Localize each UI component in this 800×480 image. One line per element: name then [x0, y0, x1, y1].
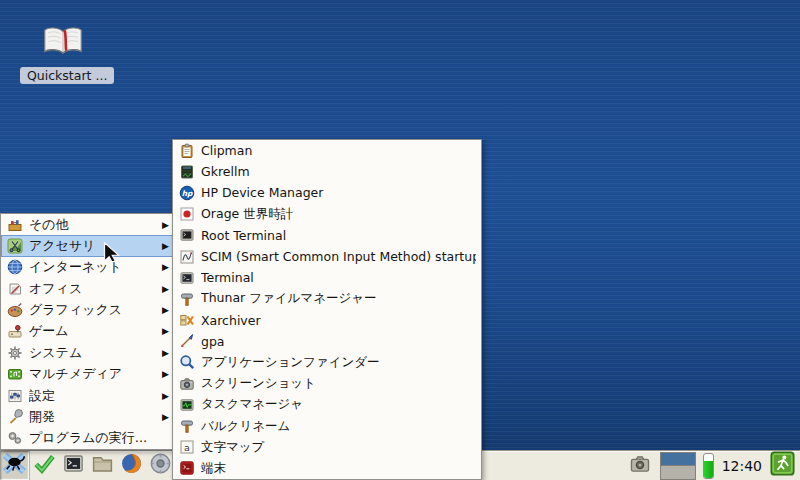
menu-item-label: Terminal	[201, 270, 476, 285]
system-tray: 12:40	[629, 451, 800, 480]
menu-item[interactable]: Xarchiver	[173, 310, 481, 331]
submenu-arrow-icon: ▶	[162, 348, 169, 358]
logout-icon[interactable]	[770, 451, 795, 480]
menu-item[interactable]: タスクマネージャ	[173, 394, 481, 415]
menu-item-label: HP Device Manager	[201, 185, 476, 200]
submenu-arrow-icon: ▶	[162, 369, 169, 379]
menu-item[interactable]: バルクリネーム	[173, 415, 481, 436]
menu-item[interactable]: a文字マップ	[173, 437, 481, 458]
menu-item[interactable]: スクリーンショット	[173, 373, 481, 394]
svg-text:hp: hp	[182, 189, 193, 198]
menu-item[interactable]: Root Terminal	[173, 225, 481, 246]
workspace-pager[interactable]	[660, 452, 696, 480]
mouse-cursor	[103, 242, 121, 265]
system-icon	[6, 345, 24, 361]
menu-item[interactable]: オフィス▶	[1, 278, 174, 299]
menu-item-label: グラフィックス	[29, 301, 158, 319]
menu-item-label: gpa	[201, 334, 476, 349]
menu-item-label: Gkrellm	[201, 164, 476, 179]
submenu-arrow-icon: ▶	[162, 241, 169, 251]
menu-item[interactable]: ゲーム▶	[1, 321, 174, 342]
menu-item-label: マルチメディア	[29, 365, 158, 383]
check-icon	[33, 452, 56, 479]
terminal-icon	[62, 452, 85, 479]
check-launcher[interactable]	[30, 451, 59, 480]
menu-item[interactable]: 設定▶	[1, 385, 174, 406]
firefox-icon	[120, 452, 143, 479]
speaker-icon	[149, 452, 172, 479]
desktop-icon-label: Quickstart ...	[20, 67, 114, 84]
menu-item[interactable]: hpHP Device Manager	[173, 182, 481, 203]
workspace-2[interactable]	[661, 466, 695, 479]
terminal-launcher[interactable]	[59, 451, 88, 480]
run-icon	[6, 430, 24, 446]
scim-icon	[178, 249, 196, 265]
menu-item[interactable]: 開発▶	[1, 406, 174, 427]
camera-icon[interactable]	[629, 453, 651, 479]
folder-icon	[91, 452, 114, 479]
menu-item[interactable]: Thunar ファイルマネージャー	[173, 288, 481, 309]
taskbar-launchers	[0, 451, 175, 480]
workspace-1-active[interactable]	[661, 453, 695, 467]
menu-item[interactable]: Gkrellm	[173, 161, 481, 182]
menu-item-label: Xarchiver	[201, 313, 476, 328]
menu-item[interactable]: インターネット▶	[1, 257, 174, 278]
menu-item-label: SCIM (Smart Common Input Method) startup	[201, 249, 476, 264]
menu-item[interactable]: アプリケーションファインダー	[173, 352, 481, 373]
menu-item[interactable]: システム▶	[1, 342, 174, 363]
graphics-icon	[6, 302, 24, 318]
menu-item-label: 設定	[29, 387, 158, 405]
menu-item[interactable]: 端末	[173, 458, 481, 479]
applications-menu: その他▶アクセサリ▶インターネット▶オフィス▶グラフィックス▶ゲーム▶システム▶…	[0, 213, 175, 450]
misc-icon	[6, 217, 24, 233]
development-icon	[6, 409, 24, 425]
gkrellm-icon	[178, 164, 196, 180]
menu-item-label: システム	[29, 344, 158, 362]
internet-icon	[6, 259, 24, 275]
games-icon	[6, 323, 24, 339]
menu-item-label: バルクリネーム	[201, 418, 476, 435]
submenu-arrow-icon: ▶	[162, 262, 169, 272]
root-terminal-icon	[178, 227, 196, 243]
battery-indicator	[703, 453, 714, 479]
terminal-icon	[178, 270, 196, 286]
book-icon	[41, 22, 85, 63]
menu-item[interactable]: Orage 世界時計	[173, 204, 481, 225]
svg-text:a: a	[184, 442, 190, 453]
menu-item-label: オフィス	[29, 280, 158, 298]
menu-item-label: Orage 世界時計	[201, 206, 476, 223]
submenu-arrow-icon: ▶	[162, 284, 169, 294]
settings-icon	[6, 388, 24, 404]
accessories-submenu: ClipmanGkrellmhpHP Device ManagerOrage 世…	[172, 139, 482, 480]
clock[interactable]: 12:40	[722, 458, 762, 474]
menu-item[interactable]: マルチメディア▶	[1, 364, 174, 385]
menu-item-label: 文字マップ	[201, 439, 476, 456]
volume-launcher[interactable]	[146, 451, 175, 480]
submenu-arrow-icon: ▶	[162, 391, 169, 401]
menu-item-label: Thunar ファイルマネージャー	[201, 290, 476, 307]
taskmanager-icon	[178, 397, 196, 413]
xfce-menu-button[interactable]	[0, 451, 30, 480]
submenu-arrow-icon: ▶	[162, 326, 169, 336]
menu-item[interactable]: グラフィックス▶	[1, 299, 174, 320]
submenu-arrow-icon: ▶	[162, 305, 169, 315]
menu-item[interactable]: プログラムの実行...	[1, 428, 174, 449]
menu-item-label: 端末	[201, 460, 476, 477]
menu-item-label: Root Terminal	[201, 228, 476, 243]
menu-item-label: スクリーンショット	[201, 375, 476, 392]
battery-fill	[704, 461, 713, 477]
menu-item[interactable]: Terminal	[173, 267, 481, 288]
gpa-icon	[178, 333, 196, 349]
menu-item[interactable]: SCIM (Smart Common Input Method) startup	[173, 246, 481, 267]
file-manager-launcher[interactable]	[88, 451, 117, 480]
multimedia-icon	[6, 366, 24, 382]
accessories-icon	[6, 238, 24, 254]
menu-item[interactable]: その他▶	[1, 214, 174, 235]
appfinder-icon	[178, 354, 196, 370]
menu-item[interactable]: gpa	[173, 331, 481, 352]
menu-item[interactable]: Clipman	[173, 140, 481, 161]
menu-item-label: Clipman	[201, 143, 476, 158]
desktop-icon-quickstart[interactable]: Quickstart ...	[20, 22, 106, 84]
firefox-launcher[interactable]	[117, 451, 146, 480]
menu-item[interactable]: アクセサリ▶	[1, 235, 174, 256]
